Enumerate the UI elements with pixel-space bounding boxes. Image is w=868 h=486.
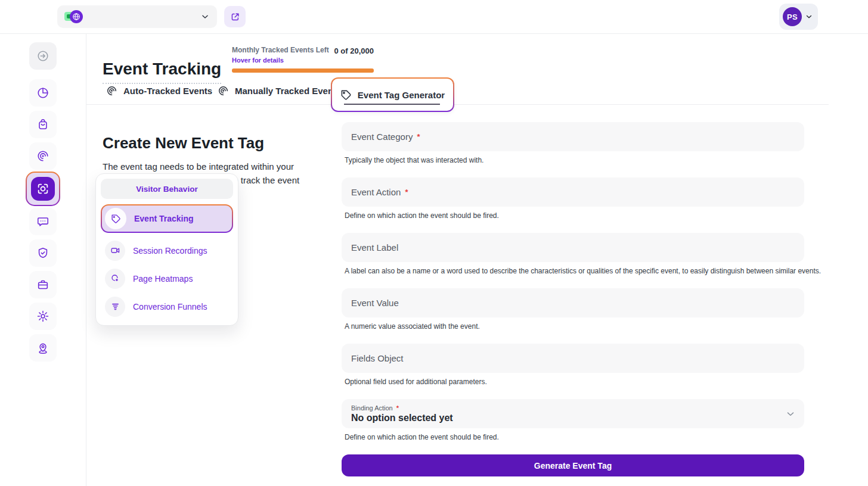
- quota-label: Monthly Tracked Events Left: [232, 46, 329, 55]
- external-link-icon: [230, 12, 240, 22]
- event-tag-form: Event Category * Typically the object th…: [342, 122, 804, 476]
- sidebar-item-privacy[interactable]: [29, 239, 57, 267]
- menu-item-page-heatmaps[interactable]: Page Heatmaps: [101, 264, 233, 292]
- event-category-input[interactable]: Event Category *: [342, 122, 804, 151]
- field-hint: Optional field used for additional param…: [342, 378, 804, 386]
- menu-item-label: Page Heatmaps: [133, 274, 193, 284]
- field-hint: A label can also be a name or a word use…: [342, 267, 804, 275]
- visitor-behavior-menu: Visitor Behavior Event Tracking: [95, 173, 238, 326]
- main-content: Event Tracking Monthly Tracked Events Le…: [86, 34, 868, 486]
- field-hint: A numeric value associated with the even…: [342, 322, 804, 331]
- avatar: PS: [783, 7, 802, 26]
- tab-label: Manually Tracked Events: [235, 86, 341, 96]
- open-website-button[interactable]: [224, 6, 246, 27]
- quota-hover-link[interactable]: Hover for details: [232, 57, 329, 64]
- sidebar: [0, 34, 86, 486]
- shopping-bag-icon: [36, 118, 49, 131]
- quota-progress-bar: [232, 68, 374, 73]
- gear-icon: [36, 310, 49, 323]
- field-hint: Define on which action the event should …: [342, 433, 804, 441]
- heatmap-circles-icon: [105, 269, 125, 289]
- tab-auto-tracked-events[interactable]: Auto-Tracked Events: [106, 77, 212, 104]
- menu-item-label: Session Recordings: [133, 246, 207, 256]
- field-group-event-label: Event Label A label can also be a name o…: [342, 233, 804, 275]
- event-value-input[interactable]: Event Value: [342, 288, 804, 317]
- field-group-event-category: Event Category * Typically the object th…: [342, 122, 804, 164]
- sidebar-item-locations[interactable]: [29, 334, 57, 362]
- field-label: Event Category: [351, 132, 413, 142]
- briefcase-icon: [36, 278, 49, 291]
- sidebar-collapse-button[interactable]: [29, 42, 57, 70]
- tag-icon: [340, 89, 352, 101]
- binding-action-select[interactable]: Binding Action * No option selected yet: [342, 399, 804, 428]
- binding-action-value: No option selected yet: [351, 413, 453, 423]
- sidebar-collapse-icon: [36, 49, 49, 63]
- website-selector[interactable]: [57, 5, 217, 28]
- video-camera-icon: [105, 241, 125, 261]
- tab-label: Auto-Tracked Events: [123, 86, 212, 96]
- menu-item-label: Event Tracking: [134, 214, 194, 223]
- tag-icon: [105, 208, 126, 229]
- field-hint: Typically the object that was interacted…: [342, 156, 804, 164]
- menu-item-label: Conversion Funnels: [133, 302, 207, 311]
- required-marker: *: [405, 188, 408, 197]
- visitor-behavior-scan-icon: [36, 182, 49, 195]
- tab-event-tag-generator-highlight[interactable]: Event Tag Generator: [331, 77, 454, 112]
- menu-item-conversion-funnels[interactable]: Conversion Funnels: [101, 292, 233, 320]
- sidebar-item-tracking[interactable]: [29, 142, 57, 170]
- event-label-input[interactable]: Event Label: [342, 233, 804, 262]
- field-label: Fields Object: [351, 353, 404, 363]
- account-menu[interactable]: PS: [779, 4, 818, 30]
- events-quota-widget: Monthly Tracked Events Left Hover for de…: [232, 46, 374, 73]
- field-label: Event Label: [351, 242, 398, 253]
- globe-icon: [72, 13, 80, 21]
- spiral-tracking-icon: [106, 85, 117, 96]
- required-marker: *: [396, 404, 399, 412]
- menu-item-event-tracking-highlight[interactable]: Event Tracking: [101, 204, 233, 233]
- location-pin-icon: [36, 341, 49, 354]
- field-group-binding-action: Binding Action * No option selected yet …: [342, 399, 804, 441]
- sidebar-item-ecommerce[interactable]: [29, 111, 57, 138]
- tabs-divider: [86, 104, 829, 105]
- chevron-down-icon: [200, 12, 210, 21]
- required-marker: *: [417, 132, 420, 141]
- field-group-event-action: Event Action * Define on which action th…: [342, 177, 804, 220]
- menu-header: Visitor Behavior: [101, 179, 233, 199]
- generate-event-tag-button[interactable]: Generate Event Tag: [342, 454, 804, 476]
- shield-check-icon: [36, 247, 49, 260]
- spiral-tracking-icon: [36, 149, 49, 163]
- funnel-icon: [105, 297, 125, 317]
- quota-count: 0 of 20,000: [334, 46, 374, 55]
- field-group-fields-object: Fields Object Optional field used for ad…: [342, 344, 804, 386]
- tab-event-tag-generator[interactable]: Event Tag Generator: [332, 79, 453, 111]
- field-group-event-value: Event Value A numeric value associated w…: [342, 288, 804, 331]
- chevron-down-icon: [785, 409, 796, 419]
- spiral-tracking-icon: [218, 85, 229, 96]
- tab-manually-tracked-events[interactable]: Manually Tracked Events: [218, 77, 341, 104]
- sidebar-item-visitor-behavior[interactable]: [26, 172, 60, 206]
- event-action-input[interactable]: Event Action *: [342, 177, 804, 207]
- field-hint: Define on which action the event should …: [342, 211, 804, 220]
- menu-item-event-tracking[interactable]: Event Tracking: [102, 205, 232, 232]
- sidebar-item-feedback[interactable]: [29, 208, 57, 235]
- sidebar-item-workspace[interactable]: [29, 271, 57, 298]
- menu-item-session-recordings[interactable]: Session Recordings: [101, 236, 233, 264]
- create-section-title: Create New Event Tag: [103, 134, 264, 152]
- site-logo: [64, 10, 82, 24]
- pie-chart-icon: [36, 86, 49, 99]
- field-label: Event Value: [351, 298, 399, 308]
- active-tab-underline: [344, 104, 440, 105]
- topbar: PS: [0, 0, 868, 34]
- sidebar-item-dashboard[interactable]: [29, 79, 57, 107]
- chevron-down-icon: [805, 13, 813, 21]
- chat-bubble-icon: [36, 215, 49, 228]
- field-label: Event Action: [351, 187, 401, 197]
- fields-object-input[interactable]: Fields Object: [342, 344, 804, 373]
- tab-label: Event Tag Generator: [358, 90, 445, 100]
- sidebar-item-settings[interactable]: [29, 303, 57, 330]
- field-label: Binding Action: [351, 404, 393, 412]
